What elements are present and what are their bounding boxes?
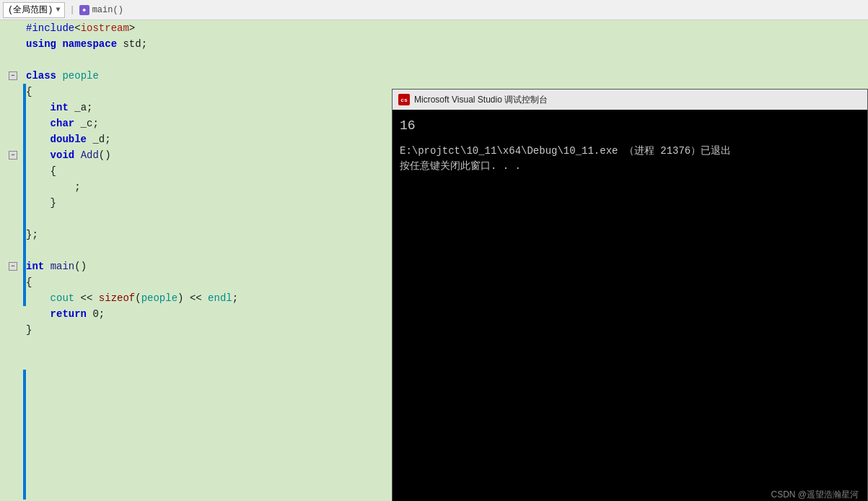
console-output-number: 16	[400, 116, 860, 136]
code-line-4: − class people	[23, 68, 390, 84]
separator: |	[68, 5, 76, 15]
scope-dropdown-arrow: ▼	[56, 6, 60, 14]
code-line-15	[23, 243, 390, 258]
code-line-10: {	[23, 163, 390, 179]
code-line-3	[23, 52, 390, 68]
code-editor: #include<iostream> using namespace std; …	[0, 20, 390, 501]
main-content: #include<iostream> using namespace std; …	[0, 20, 868, 501]
main-indicator	[23, 370, 26, 500]
function-name: main()	[92, 5, 123, 15]
code-line-6: int _a;	[23, 100, 390, 116]
console-title-bar: cs Microsoft Visual Studio 调试控制台	[393, 90, 867, 110]
function-icon: ◆	[79, 5, 89, 15]
code-line-16: − int main()	[23, 258, 390, 274]
code-line-17: {	[23, 274, 390, 290]
function-indicator: ◆ main()	[79, 5, 123, 15]
csdn-watermark: CSDN @遥望浩瀚星河	[771, 489, 859, 501]
code-line-14: };	[23, 227, 390, 243]
code-line-19: return 0;	[23, 306, 390, 322]
code-line-1: #include<iostream>	[23, 20, 390, 36]
code-line-9: − void Add()	[23, 147, 390, 163]
code-line-18: cout << sizeof(people) << endl;	[23, 290, 390, 306]
collapse-class-btn[interactable]: −	[9, 71, 17, 80]
console-output-line1: E:\projtct\10_11\x64\Debug\10_11.exe （进程…	[400, 144, 860, 159]
console-spacer	[400, 136, 860, 144]
scope-dropdown-label: (全局范围)	[8, 4, 53, 16]
collapse-add-btn[interactable]: −	[9, 151, 17, 160]
console-body[interactable]: 16 E:\projtct\10_11\x64\Debug\10_11.exe …	[393, 110, 867, 501]
code-content: #include<iostream> using namespace std; …	[23, 20, 390, 338]
include-keyword: #include	[26, 22, 74, 34]
collapse-main-btn[interactable]: −	[9, 262, 17, 271]
scope-dropdown[interactable]: (全局范围) ▼	[3, 2, 65, 18]
console-title: Microsoft Visual Studio 调试控制台	[414, 94, 548, 106]
vs-icon: cs	[398, 94, 410, 105]
code-line-11: ;	[23, 179, 390, 195]
console-window: cs Microsoft Visual Studio 调试控制台 16 E:\p…	[392, 89, 868, 501]
code-line-13	[23, 211, 390, 227]
code-line-12: }	[23, 195, 390, 211]
console-output-line2: 按任意键关闭此窗口. . .	[400, 159, 860, 174]
code-line-20: }	[23, 322, 390, 338]
code-line-5: {	[23, 84, 390, 100]
code-line-7: char _c;	[23, 116, 390, 131]
code-line-2: using namespace std;	[23, 36, 390, 52]
top-bar: (全局范围) ▼ | ◆ main()	[0, 0, 868, 20]
code-line-8: double _d;	[23, 131, 390, 147]
